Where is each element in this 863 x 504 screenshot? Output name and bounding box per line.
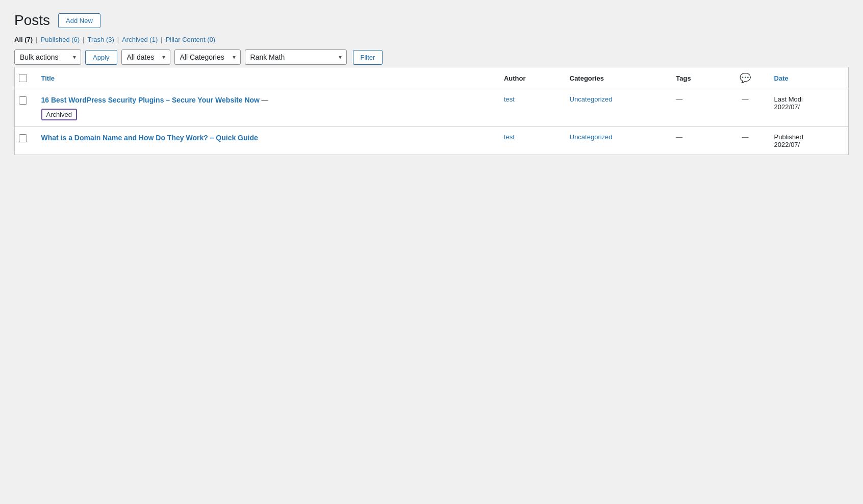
rank-math-wrapper: Rank Math ▾: [245, 49, 347, 65]
column-title-link[interactable]: Title: [41, 74, 55, 82]
filter-trash-count: (3): [106, 36, 114, 43]
row2-author-cell: test: [498, 127, 564, 155]
filter-pillar-content-link[interactable]: Pillar Content (0): [166, 36, 216, 43]
bulk-actions-wrapper: Bulk actions Edit Move to Trash ▾: [14, 49, 81, 65]
row1-checkbox-cell: [15, 89, 35, 127]
filter-pillar-content-count: (0): [207, 36, 215, 43]
row2-tags-cell: —: [670, 127, 722, 155]
filter-trash: Trash (3): [88, 36, 114, 43]
filter-all-link[interactable]: All (7): [14, 36, 33, 43]
filter-published-count: (6): [71, 36, 80, 43]
table-row: What is a Domain Name and How Do They Wo…: [15, 127, 849, 155]
table-header-row: Title Author Categories Tags 💬 Date: [15, 67, 849, 89]
all-categories-select[interactable]: All Categories: [174, 49, 241, 65]
row2-author-link[interactable]: test: [504, 133, 515, 141]
column-tags-label: Tags: [676, 74, 691, 82]
row1-title-suffix: —: [260, 96, 268, 104]
page-title: Posts: [14, 12, 50, 29]
row1-checkbox[interactable]: [19, 96, 27, 105]
apply-button[interactable]: Apply: [85, 50, 117, 65]
column-title: Title: [35, 67, 498, 89]
column-date: Date: [768, 67, 849, 89]
posts-table: Title Author Categories Tags 💬 Date: [14, 67, 849, 155]
row1-author-link[interactable]: test: [504, 95, 515, 103]
filter-all-count: (7): [24, 36, 33, 43]
filter-all: All (7): [14, 36, 33, 43]
all-dates-select[interactable]: All dates: [121, 49, 170, 65]
row1-comments-value: —: [742, 95, 749, 103]
table-body: 16 Best WordPress Security Plugins – Sec…: [15, 89, 849, 155]
column-categories: Categories: [564, 67, 670, 89]
row1-title-link[interactable]: 16 Best WordPress Security Plugins – Sec…: [41, 96, 260, 104]
filter-archived-link[interactable]: Archived (1): [122, 36, 158, 43]
row2-checkbox[interactable]: [19, 134, 27, 142]
row2-date-value: 2022/07/: [774, 141, 800, 148]
table-row: 16 Best WordPress Security Plugins – Sec…: [15, 89, 849, 127]
select-all-column: [15, 67, 35, 89]
column-categories-label: Categories: [570, 74, 604, 82]
row1-date-status: Last Modi: [774, 95, 803, 103]
filter-archived-count: (1): [149, 36, 158, 43]
row1-comments-cell: —: [723, 89, 768, 127]
all-dates-wrapper: All dates ▾: [121, 49, 170, 65]
row2-tags-value: —: [676, 133, 682, 141]
row1-tags-value: —: [676, 95, 682, 103]
tablenav: Bulk actions Edit Move to Trash ▾ Apply …: [14, 49, 849, 65]
row1-categories-cell: Uncategorized: [564, 89, 670, 127]
filter-trash-link[interactable]: Trash (3): [88, 36, 114, 43]
filter-archived: Archived (1): [122, 36, 158, 43]
filter-pillar-content: Pillar Content (0): [166, 36, 216, 43]
row2-checkbox-cell: [15, 127, 35, 155]
rank-math-select[interactable]: Rank Math: [245, 49, 347, 65]
row2-comments-cell: —: [723, 127, 768, 155]
row2-categories-cell: Uncategorized: [564, 127, 670, 155]
column-author-label: Author: [504, 74, 526, 82]
row1-category-link[interactable]: Uncategorized: [570, 95, 613, 103]
filter-links: All (7) | Published (6) | Trash (3) | Ar…: [14, 36, 849, 43]
all-categories-wrapper: All Categories ▾: [174, 49, 241, 65]
row2-title-link[interactable]: What is a Domain Name and How Do They Wo…: [41, 134, 258, 142]
filter-published-link[interactable]: Published (6): [41, 36, 80, 43]
column-date-link[interactable]: Date: [774, 74, 789, 82]
column-tags: Tags: [670, 67, 722, 89]
column-comments: 💬: [723, 67, 768, 89]
row1-archived-badge[interactable]: Archived: [41, 109, 78, 120]
row2-comments-value: —: [742, 133, 749, 141]
page-title-area: Posts Add New: [14, 12, 849, 29]
filter-button[interactable]: Filter: [353, 50, 383, 65]
add-new-button[interactable]: Add New: [58, 13, 100, 28]
column-author: Author: [498, 67, 564, 89]
row1-author-cell: test: [498, 89, 564, 127]
row2-title-cell: What is a Domain Name and How Do They Wo…: [35, 127, 498, 155]
row2-date-cell: Published 2022/07/: [768, 127, 849, 155]
select-all-checkbox[interactable]: [19, 74, 27, 82]
filter-published: Published (6): [41, 36, 80, 43]
row2-category-link[interactable]: Uncategorized: [570, 133, 613, 141]
bulk-actions-select[interactable]: Bulk actions Edit Move to Trash: [14, 49, 81, 65]
comments-icon: 💬: [740, 73, 751, 83]
row1-title-cell: 16 Best WordPress Security Plugins – Sec…: [35, 89, 498, 127]
row1-tags-cell: —: [670, 89, 722, 127]
row2-date-status: Published: [774, 133, 803, 141]
row1-date-cell: Last Modi 2022/07/: [768, 89, 849, 127]
row1-date-value: 2022/07/: [774, 103, 800, 111]
